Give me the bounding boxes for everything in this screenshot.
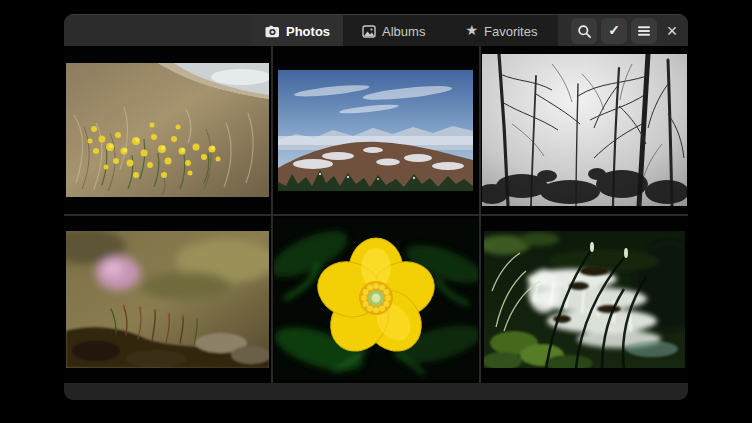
bottom-bar (64, 383, 688, 400)
image-icon (362, 25, 376, 38)
header-actions: ✓ × (571, 18, 683, 44)
magnifier-icon (577, 24, 592, 39)
photo-moss-macro (66, 231, 269, 368)
star-icon: ★ (465, 23, 478, 37)
close-icon: × (667, 22, 678, 40)
tab-photos[interactable]: Photos (252, 15, 343, 47)
photo-waterfall-cascade (484, 231, 685, 368)
photo-tile-bare-trees[interactable] (481, 46, 688, 214)
menu-button[interactable] (631, 18, 657, 44)
headerbar: Photos Albums ★ Favorites (64, 14, 688, 46)
tab-favorites-label: Favorites (484, 24, 537, 39)
tab-albums[interactable]: Albums (349, 15, 438, 47)
photo-tile-waterfall[interactable] (481, 216, 688, 383)
photo-tile-moss-macro[interactable] (64, 216, 271, 383)
photo-tile-mountain[interactable] (273, 46, 480, 214)
check-icon: ✓ (608, 22, 620, 38)
photo-yellow-poppy (274, 219, 478, 380)
photo-snowy-mountain-vista (278, 70, 473, 191)
camera-icon (265, 25, 280, 38)
search-button[interactable] (571, 18, 597, 44)
photo-bare-trees-bw (482, 54, 687, 206)
photo-tile-daffodils[interactable] (64, 46, 271, 214)
photo-grid (64, 46, 688, 383)
photos-app-window: Photos Albums ★ Favorites (64, 14, 688, 400)
photo-daffodils-hillside (66, 63, 269, 197)
tab-albums-label: Albums (382, 24, 425, 39)
hamburger-icon (637, 25, 651, 37)
tab-photos-label: Photos (286, 24, 330, 39)
close-button[interactable]: × (661, 18, 683, 44)
selection-mode-button[interactable]: ✓ (601, 18, 627, 44)
view-switcher: Photos Albums ★ Favorites (252, 15, 558, 47)
photo-tile-yellow-poppy[interactable] (273, 216, 480, 383)
tab-favorites[interactable]: ★ Favorites (452, 15, 550, 47)
